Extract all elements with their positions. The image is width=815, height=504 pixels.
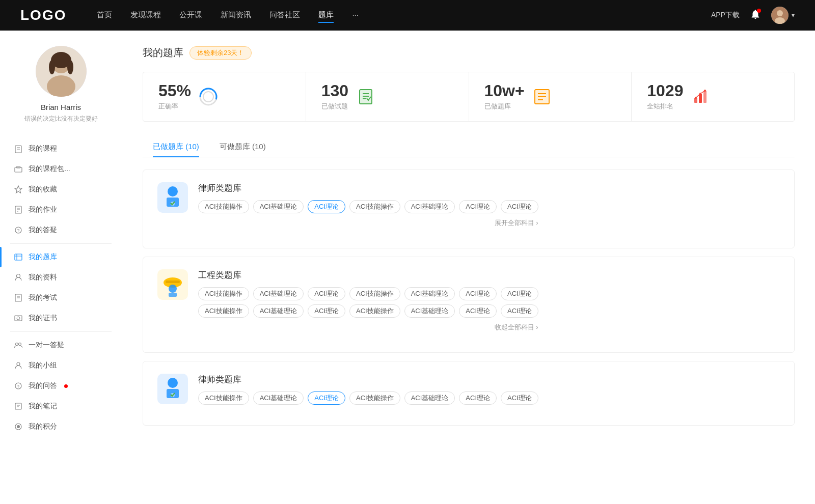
svg-marker-14 bbox=[15, 186, 22, 193]
tag-eng1-r1-5[interactable]: ACI理论 bbox=[459, 287, 497, 300]
tag-eng1-r1-6[interactable]: ACI理论 bbox=[501, 287, 538, 300]
sidebar-item-cert-label: 我的证书 bbox=[29, 314, 57, 323]
tag-lawyer2-2[interactable]: ACI理论 bbox=[308, 391, 345, 405]
tag-lawyer1-1[interactable]: ACI基础理论 bbox=[253, 200, 304, 213]
nav-discover[interactable]: 发现课程 bbox=[130, 8, 161, 23]
svg-point-5 bbox=[47, 75, 75, 97]
tag-eng1-r2-0[interactable]: ACI技能操作 bbox=[198, 304, 249, 318]
tag-eng1-r1-2[interactable]: ACI理论 bbox=[308, 287, 345, 300]
header: LOGO 首页 发现课程 公开课 新闻资讯 问答社区 题库 ··· APP下载 … bbox=[0, 0, 815, 31]
sidebar-item-cert[interactable]: 我的证书 bbox=[0, 308, 122, 328]
sidebar-item-group[interactable]: 我的小组 bbox=[0, 355, 122, 376]
tab-available-banks[interactable]: 可做题库 (10) bbox=[209, 137, 276, 157]
engineer-icon bbox=[159, 271, 186, 298]
tabs-row: 已做题库 (10) 可做题库 (10) bbox=[143, 137, 795, 157]
app-download-button[interactable]: APP下载 bbox=[711, 11, 740, 20]
collapse-engineer1[interactable]: 收起全部科目 › bbox=[198, 323, 538, 332]
tags-row1-engineer1: ACI技能操作 ACI基础理论 ACI理论 ACI技能操作 ACI基础理论 AC… bbox=[198, 287, 538, 300]
tag-eng1-r2-2[interactable]: ACI理论 bbox=[308, 304, 345, 318]
tab-done-banks[interactable]: 已做题库 (10) bbox=[143, 137, 209, 157]
tag-lawyer1-4[interactable]: ACI基础理论 bbox=[404, 200, 455, 213]
expand-lawyer1[interactable]: 展开全部科目 › bbox=[198, 218, 538, 228]
nav-qa[interactable]: 问答社区 bbox=[269, 8, 300, 23]
notification-button[interactable] bbox=[750, 9, 761, 22]
tag-lawyer1-2[interactable]: ACI理论 bbox=[308, 200, 345, 213]
sidebar-item-course[interactable]: 我的课程 bbox=[0, 138, 122, 159]
tag-eng1-r1-0[interactable]: ACI技能操作 bbox=[198, 287, 249, 300]
tag-lawyer2-0[interactable]: ACI技能操作 bbox=[198, 391, 249, 405]
tag-eng1-r2-3[interactable]: ACI技能操作 bbox=[349, 304, 400, 318]
nav-news[interactable]: 新闻资讯 bbox=[221, 8, 251, 23]
sidebar-item-myqa[interactable]: ? 我的问答 bbox=[0, 376, 122, 396]
sidebar-item-homework[interactable]: 我的作业 bbox=[0, 200, 122, 220]
stat-done-banks-label: 已做题库 bbox=[484, 102, 525, 111]
sidebar-item-profile-label: 我的资料 bbox=[29, 273, 57, 282]
sidebar-item-collect[interactable]: 我的收藏 bbox=[0, 179, 122, 200]
user-avatar-menu[interactable]: ▾ bbox=[771, 7, 795, 24]
list-orange-icon bbox=[532, 87, 552, 107]
tag-eng1-r1-4[interactable]: ACI基础理论 bbox=[404, 287, 455, 300]
sidebar-item-myqa-label: 我的问答 bbox=[29, 381, 57, 390]
sidebar-item-notes-label: 我的笔记 bbox=[29, 402, 57, 411]
nav-open-course[interactable]: 公开课 bbox=[179, 8, 202, 23]
tag-eng1-r2-6[interactable]: ACI理论 bbox=[501, 304, 538, 318]
tag-lawyer2-1[interactable]: ACI基础理论 bbox=[253, 391, 304, 405]
profile-name: Brian Harris bbox=[41, 103, 81, 111]
qbank-section-lawyer2: 律师类题库 ACI技能操作 ACI基础理论 ACI理论 ACI技能操作 ACI基… bbox=[143, 361, 795, 426]
svg-point-39 bbox=[17, 425, 20, 428]
stat-done-questions-label: 已做试题 bbox=[321, 102, 348, 111]
tag-eng1-r1-1[interactable]: ACI基础理论 bbox=[253, 287, 304, 300]
sidebar-item-exam[interactable]: 我的考试 bbox=[0, 288, 122, 308]
sidebar-item-course-label: 我的课程 bbox=[29, 144, 57, 153]
qbank-icon-engineer1 bbox=[157, 269, 188, 300]
tag-lawyer2-3[interactable]: ACI技能操作 bbox=[349, 391, 400, 405]
stat-rank-number: 1029 bbox=[647, 82, 683, 99]
stat-accuracy: 55% 正确率 bbox=[143, 72, 306, 121]
sidebar-item-course-pkg[interactable]: 我的课程包... bbox=[0, 159, 122, 179]
sidebar-item-profile[interactable]: 我的资料 bbox=[0, 267, 122, 288]
homework-icon bbox=[14, 206, 22, 214]
tag-lawyer1-5[interactable]: ACI理论 bbox=[459, 200, 497, 213]
profile-avatar bbox=[36, 46, 87, 97]
svg-text:?: ? bbox=[17, 384, 20, 389]
tag-eng1-r1-3[interactable]: ACI技能操作 bbox=[349, 287, 400, 300]
notes-icon bbox=[14, 402, 22, 410]
svg-point-65 bbox=[169, 285, 177, 293]
tag-eng1-r2-1[interactable]: ACI基础理论 bbox=[253, 304, 304, 318]
tag-eng1-r2-4[interactable]: ACI基础理论 bbox=[404, 304, 455, 318]
bar-red-icon bbox=[690, 87, 711, 107]
qbank-title-area-lawyer2: 律师类题库 ACI技能操作 ACI基础理论 ACI理论 ACI技能操作 ACI基… bbox=[198, 374, 538, 405]
qbank-header-lawyer1: 律师类题库 ACI技能操作 ACI基础理论 ACI理论 ACI技能操作 ACI基… bbox=[157, 182, 780, 228]
tag-lawyer2-4[interactable]: ACI基础理论 bbox=[404, 391, 455, 405]
tag-lawyer1-6[interactable]: ACI理论 bbox=[501, 200, 538, 213]
nav-more[interactable]: ··· bbox=[352, 8, 359, 23]
stat-accuracy-text: 55% 正确率 bbox=[158, 82, 191, 111]
tag-lawyer1-3[interactable]: ACI技能操作 bbox=[349, 200, 400, 213]
avatar-image bbox=[771, 7, 789, 24]
nav-qbank[interactable]: 题库 bbox=[318, 8, 334, 23]
sidebar-item-collect-label: 我的收藏 bbox=[29, 185, 57, 194]
sidebar: Brian Harris 错误的决定比没有决定要好 我的课程 我的课程包... bbox=[0, 31, 122, 504]
lawyer-icon bbox=[159, 184, 186, 211]
course-icon bbox=[14, 145, 22, 153]
tags-row-lawyer2: ACI技能操作 ACI基础理论 ACI理论 ACI技能操作 ACI基础理论 AC… bbox=[198, 391, 538, 405]
svg-rect-35 bbox=[15, 403, 21, 409]
sidebar-item-qa[interactable]: ? 我的答疑 bbox=[0, 220, 122, 240]
sidebar-item-notes[interactable]: 我的笔记 bbox=[0, 396, 122, 416]
sidebar-item-one-on-one[interactable]: 一对一答疑 bbox=[0, 335, 122, 355]
sidebar-item-points[interactable]: 我的积分 bbox=[0, 416, 122, 437]
tag-eng1-r2-5[interactable]: ACI理论 bbox=[459, 304, 497, 318]
main-content: 我的题库 体验剩余23天！ 55% 正确率 bbox=[122, 31, 815, 504]
qa-icon: ? bbox=[14, 226, 22, 234]
main-layout: Brian Harris 错误的决定比没有决定要好 我的课程 我的课程包... bbox=[0, 31, 815, 504]
stat-rank: 1029 全站排名 bbox=[632, 72, 794, 121]
trial-badge: 体验剩余23天！ bbox=[189, 46, 252, 60]
sidebar-item-qbank[interactable]: 我的题库 bbox=[0, 247, 122, 267]
svg-point-29 bbox=[17, 317, 20, 320]
tag-lawyer1-0[interactable]: ACI技能操作 bbox=[198, 200, 249, 213]
nav-home[interactable]: 首页 bbox=[97, 8, 112, 23]
tag-lawyer2-6[interactable]: ACI理论 bbox=[501, 391, 538, 405]
header-right: APP下载 ▾ bbox=[711, 7, 795, 24]
tag-lawyer2-5[interactable]: ACI理论 bbox=[459, 391, 497, 405]
sidebar-item-qbank-label: 我的题库 bbox=[29, 253, 57, 262]
